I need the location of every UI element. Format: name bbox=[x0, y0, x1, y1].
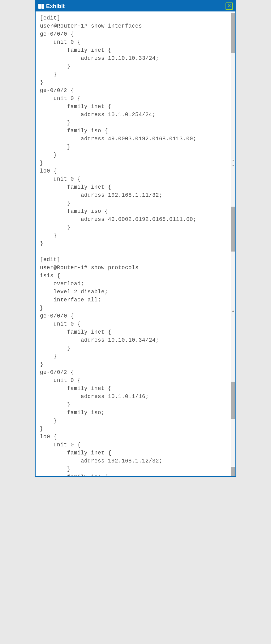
scroll-thumb[interactable] bbox=[231, 207, 235, 252]
window-title: Exhibit bbox=[46, 3, 65, 10]
scroll-thumb[interactable] bbox=[231, 467, 235, 476]
exhibit-icon bbox=[38, 3, 44, 9]
exhibit-window: Exhibit ✕ [edit] user@Router-1# show int… bbox=[35, 0, 236, 477]
scroll-expand-icon[interactable]: ▴ bbox=[231, 309, 235, 313]
scroll-thumb[interactable] bbox=[231, 382, 235, 419]
terminal-output[interactable]: [edit] user@Router-1# show interfaces ge… bbox=[36, 11, 235, 476]
svg-rect-1 bbox=[41, 4, 44, 9]
titlebar: Exhibit ✕ bbox=[36, 1, 235, 11]
scroll-collapse-icon[interactable]: ▾ bbox=[231, 159, 235, 162]
close-button[interactable]: ✕ bbox=[226, 2, 233, 10]
scroll-expand-icon[interactable]: ▴ bbox=[231, 163, 235, 167]
scroll-thumb[interactable] bbox=[231, 13, 235, 53]
content-area: [edit] user@Router-1# show interfaces ge… bbox=[36, 11, 235, 476]
svg-rect-0 bbox=[38, 4, 41, 9]
scrollbar[interactable]: ▾ ▴ ▴ bbox=[231, 11, 235, 476]
